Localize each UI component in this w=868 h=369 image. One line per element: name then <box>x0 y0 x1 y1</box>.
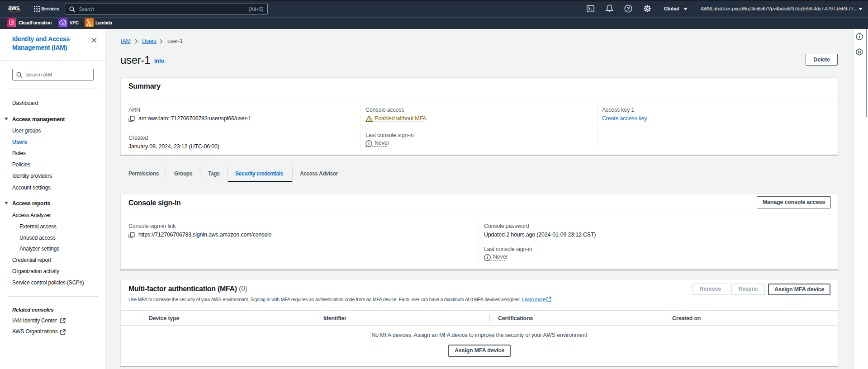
svg-text:?: ? <box>627 6 630 11</box>
svg-text:aws: aws <box>8 4 20 11</box>
